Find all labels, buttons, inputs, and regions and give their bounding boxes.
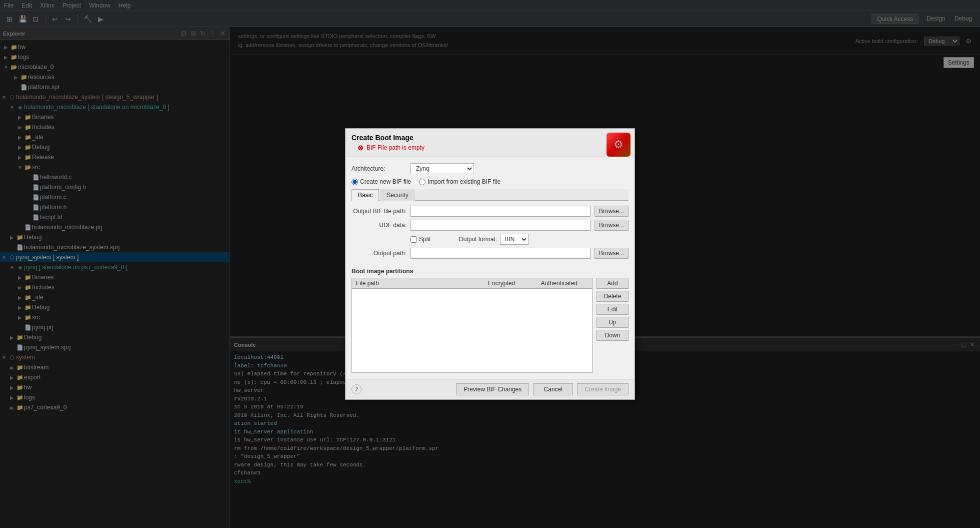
split-checkbox[interactable] — [410, 236, 417, 243]
output-format-select[interactable]: BIN MCS HEX — [500, 234, 528, 245]
dialog-icon-inner: ⚙ — [606, 133, 630, 157]
output-path-row: Output path: Browse... — [352, 248, 628, 259]
output-format-label: Output format: — [458, 236, 497, 243]
output-bif-label: Output BIF file path: — [352, 208, 406, 215]
udf-data-browse-btn[interactable]: Browse... — [594, 220, 628, 231]
error-message: BIF File path is empty — [366, 144, 424, 151]
bif-option-group: Create new BIF file Import from existing… — [352, 178, 628, 185]
split-label: Split — [419, 236, 430, 243]
boot-icon: ⚙ — [614, 138, 624, 151]
up-partition-button[interactable]: Up — [596, 317, 628, 328]
spacer — [352, 262, 628, 268]
output-path-input[interactable] — [410, 248, 590, 259]
partition-table-head: File path Encrypted Authenticated — [352, 278, 592, 289]
add-partition-button[interactable]: Add — [596, 278, 628, 289]
dialog-body: Architecture: Zynq Zynq UltraScale+ Micr… — [346, 157, 634, 379]
col-file-path: File path — [352, 278, 484, 289]
dialog-footer: ? Preview BIF Changes Cancel Create Imag… — [346, 379, 634, 399]
import-bif-radio[interactable] — [419, 179, 426, 185]
preview-bif-changes-button[interactable]: Preview BIF Changes — [456, 383, 529, 395]
partition-buttons: Add Delete Edit Up Down — [596, 278, 628, 373]
partition-table-wrap: File path Encrypted Authenticated — [352, 278, 592, 373]
udf-data-row: UDF data: Browse... — [352, 220, 628, 231]
partition-table-header-row: File path Encrypted Authenticated — [352, 278, 592, 289]
output-bif-input[interactable] — [410, 206, 590, 217]
modal-overlay: Create Boot Image ⊗ BIF File path is emp… — [0, 0, 980, 528]
dialog-icon: ⚙ — [606, 133, 630, 157]
partitions-section-title: Boot image partitions — [352, 268, 628, 275]
tab-basic[interactable]: Basic — [352, 189, 379, 201]
create-boot-image-dialog: Create Boot Image ⊗ BIF File path is emp… — [345, 128, 635, 400]
delete-partition-button[interactable]: Delete — [596, 291, 628, 302]
import-bif-label: Import from existing BIF file — [428, 178, 500, 185]
cancel-button[interactable]: Cancel — [533, 383, 573, 395]
import-bif-option[interactable]: Import from existing BIF file — [419, 178, 500, 185]
down-partition-button[interactable]: Down — [596, 330, 628, 341]
error-icon: ⊗ — [358, 144, 364, 152]
architecture-row: Architecture: Zynq Zynq UltraScale+ Micr… — [352, 163, 628, 174]
output-path-label: Output path: — [352, 250, 406, 257]
error-banner: ⊗ BIF File path is empty — [352, 142, 430, 155]
partition-table: File path Encrypted Authenticated — [352, 278, 592, 289]
col-encrypted: Encrypted — [484, 278, 537, 289]
architecture-select[interactable]: Zynq Zynq UltraScale+ MicroBlaze — [410, 163, 474, 174]
help-button[interactable]: ? — [352, 384, 362, 394]
output-bif-row: Output BIF file path: Browse... — [352, 206, 628, 217]
create-image-button[interactable]: Create Image — [577, 383, 628, 395]
output-format-group: Output format: BIN MCS HEX — [458, 234, 528, 245]
edit-partition-button[interactable]: Edit — [596, 304, 628, 315]
architecture-label: Architecture: — [352, 165, 406, 172]
create-new-bif-option[interactable]: Create new BIF file — [352, 178, 411, 185]
dialog-title: Create Boot Image — [352, 134, 430, 142]
output-bif-browse-btn[interactable]: Browse... — [594, 206, 628, 217]
split-format-row: Split Output format: BIN MCS HEX — [352, 234, 628, 245]
output-path-browse-btn[interactable]: Browse... — [594, 248, 628, 259]
dialog-header-left: Create Boot Image ⊗ BIF File path is emp… — [352, 134, 430, 155]
dialog-header: Create Boot Image ⊗ BIF File path is emp… — [346, 129, 634, 157]
create-new-bif-label: Create new BIF file — [360, 178, 411, 185]
tab-security[interactable]: Security — [380, 189, 414, 201]
udf-data-label: UDF data: — [352, 222, 406, 229]
split-checkbox-label[interactable]: Split — [410, 236, 430, 243]
col-authenticated: Authenticated — [537, 278, 592, 289]
create-new-bif-radio[interactable] — [352, 179, 358, 185]
tab-bar: Basic Security — [352, 189, 628, 201]
partition-area: File path Encrypted Authenticated Add De… — [352, 278, 628, 373]
udf-data-input[interactable] — [410, 220, 590, 231]
